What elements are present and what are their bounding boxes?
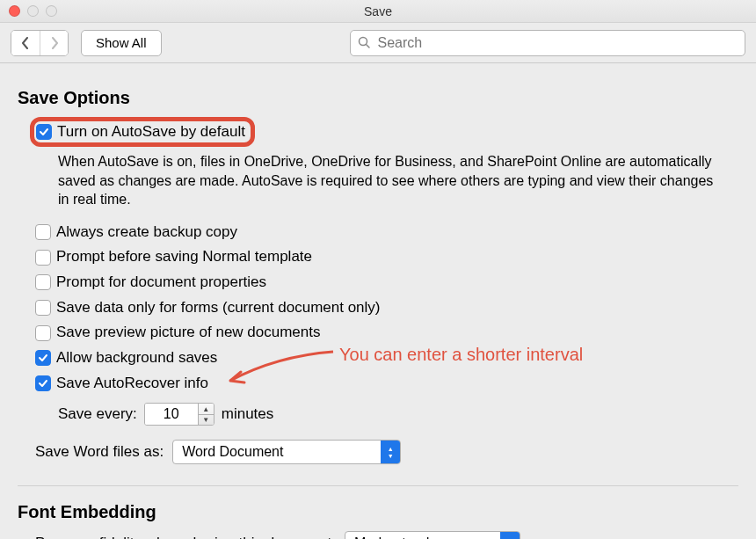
chevron-left-icon [21, 37, 30, 49]
zoom-window-button[interactable] [46, 5, 57, 17]
save-every-input[interactable] [145, 404, 198, 425]
traffic-lights [9, 5, 57, 17]
preferences-toolbar: Show All [0, 23, 756, 63]
autorecover-label: Save AutoRecover info [56, 373, 208, 395]
autosave-highlight: Turn on AutoSave by default [30, 117, 255, 147]
save-every-row: Save every: ▲ ▼ minutes [18, 403, 738, 426]
save-every-suffix: minutes [222, 405, 274, 423]
save-as-row: Save Word files as: Word Document ▲▼ [18, 440, 738, 464]
save-as-label: Save Word files as: [35, 443, 164, 461]
preview-pic-checkbox[interactable] [35, 325, 51, 341]
dropdown-arrows-icon: ▲▼ [500, 532, 520, 539]
prompt-props-checkbox[interactable] [35, 274, 51, 290]
forms-only-checkbox[interactable] [35, 300, 51, 316]
window-title: Save [364, 4, 392, 18]
search-icon [358, 36, 371, 49]
preserve-fidelity-row: Preserve fidelity when sharing this docu… [18, 531, 738, 539]
backup-copy-checkbox[interactable] [35, 224, 51, 240]
preview-pic-label: Save preview picture of new documents [56, 322, 321, 344]
section-divider [18, 485, 738, 486]
save-every-stepper: ▲ ▼ [198, 404, 214, 425]
svg-line-1 [366, 45, 369, 48]
annotation-text: You can enter a shorter interval [339, 345, 583, 365]
forms-only-label: Save data only for forms (current docume… [56, 297, 381, 319]
save-every-field: ▲ ▼ [144, 403, 214, 426]
prompt-normal-label: Prompt before saving Normal template [56, 246, 312, 268]
bg-saves-checkbox[interactable] [35, 350, 51, 366]
preserve-fidelity-label: Preserve fidelity when sharing this docu… [35, 535, 336, 539]
preserve-fidelity-value: Moderator.docx [354, 535, 451, 539]
minimize-window-button[interactable] [27, 5, 39, 17]
preserve-fidelity-dropdown[interactable]: Moderator.docx ▲▼ [345, 531, 520, 539]
show-all-button[interactable]: Show All [81, 30, 162, 56]
save-as-value: Word Document [182, 444, 283, 460]
stepper-down[interactable]: ▼ [199, 414, 214, 426]
back-button[interactable] [11, 31, 40, 55]
prompt-props-label: Prompt for document properties [56, 272, 266, 294]
nav-segmented-buttons [11, 30, 69, 56]
save-every-label: Save every: [58, 405, 137, 423]
save-as-dropdown[interactable]: Word Document ▲▼ [172, 440, 401, 464]
window-titlebar: Save [0, 0, 756, 23]
prompt-normal-checkbox[interactable] [35, 250, 51, 266]
chevron-right-icon [50, 37, 59, 49]
bg-saves-label: Allow background saves [56, 347, 217, 369]
backup-copy-label: Always create backup copy [56, 222, 237, 244]
autosave-checkbox[interactable] [36, 124, 52, 140]
autosave-label: Turn on AutoSave by default [57, 123, 245, 141]
font-embedding-heading: Font Embedding [18, 502, 738, 522]
forward-button[interactable] [40, 31, 68, 55]
search-field-wrap[interactable] [350, 30, 745, 56]
close-window-button[interactable] [9, 5, 20, 17]
stepper-up[interactable]: ▲ [199, 404, 214, 414]
autosave-description: When AutoSave is on, files in OneDrive, … [18, 152, 738, 209]
content-area: Save Options Turn on AutoSave by default… [0, 63, 756, 539]
save-options-heading: Save Options [18, 88, 738, 108]
autorecover-checkbox[interactable] [35, 375, 51, 391]
search-input[interactable] [376, 34, 738, 52]
dropdown-arrows-icon: ▲▼ [381, 441, 400, 463]
